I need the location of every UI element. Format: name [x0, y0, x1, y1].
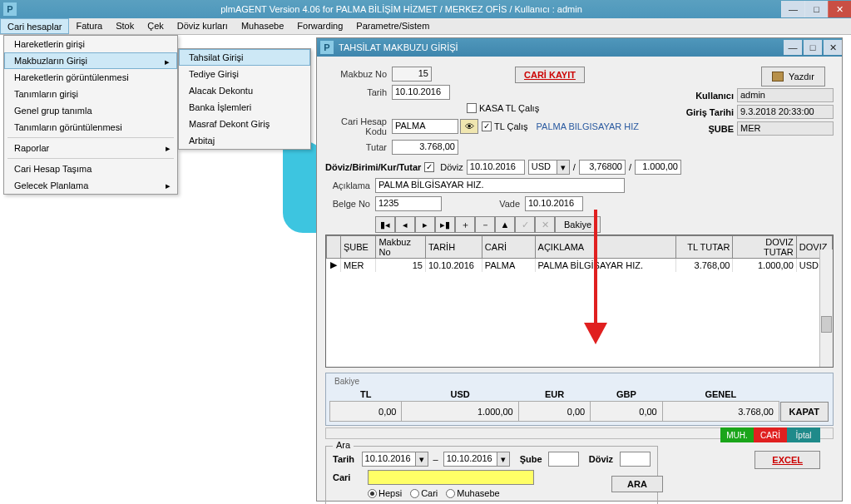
tl-calis-checkbox[interactable]	[482, 121, 492, 131]
ara-sube-label: Şube	[520, 454, 544, 464]
cari-kayit-button[interactable]: CARİ KAYIT	[515, 67, 585, 83]
ara-doviz-field[interactable]	[620, 452, 651, 467]
print-button[interactable]: Yazdır	[761, 67, 825, 86]
dd-tediye-girisi[interactable]: Tediye Girişi	[179, 66, 310, 82]
iptal-button[interactable]: İptal	[787, 427, 820, 442]
tutar-field[interactable]: 3.768,00	[392, 140, 458, 155]
child-minimize-button[interactable]: —	[784, 40, 802, 55]
nav-add-button[interactable]: ＋	[455, 216, 475, 233]
cari-button[interactable]: CARİ	[754, 427, 787, 442]
record-nav-toolbar: ▮◂ ◂ ▸ ▸▮ ＋ － ▲ ✓ ✕ Bakiye	[375, 216, 834, 233]
doviz-checkbox[interactable]	[424, 162, 434, 172]
ara-cari-field[interactable]	[368, 470, 534, 485]
nav-cancel-button[interactable]: ✕	[535, 216, 555, 233]
grid-vertical-scrollbar[interactable]	[819, 250, 833, 367]
ara-tarih2-value: 10.10.2016	[443, 452, 497, 467]
menu-muhasebe[interactable]: Muhasebe	[235, 18, 290, 34]
chevron-down-icon[interactable]: ▾	[497, 452, 510, 467]
vade-field[interactable]: 10.10.2016	[525, 196, 583, 211]
dd-alacak-dekontu[interactable]: Alacak Dekontu	[179, 82, 310, 99]
dd-gelecek-planlama[interactable]: Gelecek Planlama▸	[4, 177, 177, 194]
app-title: plmAGENT Version 4.06 for PALMA BİLİŞİM …	[22, 4, 781, 14]
nav-last-button[interactable]: ▸▮	[435, 216, 455, 233]
dd-raporlar[interactable]: Raporlar▸	[4, 140, 177, 156]
dd-banka-islemleri[interactable]: Banka İşlemleri	[179, 99, 310, 116]
kullanici-label: Kullanıcı	[684, 91, 737, 101]
dd-tanimlarin-goruntulenmesi[interactable]: Tanımların görüntülenmesi	[4, 119, 177, 136]
radio-muhasebe-wrap[interactable]: Muhasebe	[446, 488, 499, 498]
kapat-button[interactable]: KAPAT	[780, 402, 829, 422]
belge-no-field[interactable]: 1235	[375, 196, 442, 211]
child-titlebar: P TAHSİLAT MAKBUZU GİRİŞİ — □ ✕	[317, 38, 842, 57]
radio-hepsi[interactable]	[368, 489, 377, 498]
lookup-button[interactable]: 👁	[460, 119, 478, 134]
dd-hareketlerin-girisi[interactable]: Hareketlerin girişi	[4, 36, 177, 52]
radio-muhasebe[interactable]	[446, 489, 455, 498]
bakiye-col-usd: USD	[402, 388, 518, 402]
bakiye-button[interactable]: Bakiye	[555, 216, 601, 233]
menu-cari-hesaplar[interactable]: Cari hesaplar	[0, 18, 69, 34]
dd-hareketlerin-goruntulenmesi[interactable]: Hareketlerin görüntülenmesi	[4, 69, 177, 86]
radio-hepsi-wrap[interactable]: Hepsi	[368, 488, 402, 498]
nav-first-button[interactable]: ▮◂	[375, 216, 395, 233]
col-cari[interactable]: CARİ	[482, 236, 535, 259]
doviz-birim-combo[interactable]: USD ▾	[528, 160, 570, 175]
minimize-button[interactable]: —	[781, 1, 804, 17]
aciklama-field[interactable]: PALMA BİLGİSAYAR HIZ.	[375, 178, 625, 193]
close-button[interactable]: ✕	[828, 1, 851, 17]
radio-cari-wrap[interactable]: Cari	[410, 488, 438, 498]
makbuz-no-field[interactable]: 15	[392, 67, 432, 82]
ara-button[interactable]: ARA	[611, 476, 663, 492]
bakiye-gbp: 0,00	[591, 402, 662, 422]
chevron-down-icon[interactable]: ▾	[415, 452, 428, 467]
maximize-button[interactable]: □	[804, 1, 828, 17]
muh-button[interactable]: MUH.	[720, 427, 754, 442]
col-doviz-tutar[interactable]: DOVIZ TUTAR	[733, 236, 796, 259]
ara-tarih2-combo[interactable]: 10.10.2016 ▾	[443, 452, 510, 467]
chevron-down-icon[interactable]: ▾	[557, 160, 570, 175]
kasa-tl-checkbox[interactable]	[467, 103, 477, 113]
kur-field[interactable]: 3,76800	[579, 160, 626, 175]
menu-stok[interactable]: Stok	[109, 18, 141, 34]
dd-cari-hesap-tasima[interactable]: Cari Hesap Taşıma	[4, 161, 177, 177]
menu-forwarding[interactable]: Forwarding	[290, 18, 349, 34]
col-sube[interactable]: ŞUBE	[340, 236, 375, 259]
nav-edit-button[interactable]: ▲	[495, 216, 515, 233]
ara-sube-field[interactable]	[548, 452, 579, 467]
menu-cek[interactable]: Çek	[141, 18, 171, 34]
ara-tarih1-combo[interactable]: 10.10.2016 ▾	[362, 452, 428, 467]
menu-parametre-sistem[interactable]: Parametre/Sistem	[349, 18, 436, 34]
radio-cari[interactable]	[410, 489, 419, 498]
chevron-right-icon: ▸	[166, 180, 171, 191]
dd-tahsilat-girisi[interactable]: Tahsilat Girişi	[179, 49, 310, 66]
cari-hesap-kodu-field[interactable]: PALMA	[392, 119, 458, 134]
records-grid[interactable]: ŞUBE Makbuz No TARİH CARİ AÇIKLAMA TL TU…	[325, 235, 834, 368]
tarih-field[interactable]: 10.10.2016	[392, 85, 450, 100]
dd-tanimlarin-girisi[interactable]: Tanımların girişi	[4, 86, 177, 102]
col-aciklama[interactable]: AÇIKLAMA	[535, 236, 676, 259]
nav-save-button[interactable]: ✓	[515, 216, 535, 233]
doviz-tarih-field[interactable]: 10.10.2016	[467, 160, 525, 175]
child-close-button[interactable]: ✕	[824, 40, 842, 55]
col-makbuz-no[interactable]: Makbuz No	[376, 236, 425, 259]
kullanici-value: admin	[737, 88, 834, 102]
app-titlebar: P plmAGENT Version 4.06 for PALMA BİLİŞİ…	[0, 0, 851, 18]
child-window: P TAHSİLAT MAKBUZU GİRİŞİ — □ ✕ Yazdır C…	[316, 37, 843, 502]
menu-fatura[interactable]: Fatura	[69, 18, 109, 34]
menu-doviz-kurlari[interactable]: Döviz kurları	[171, 18, 235, 34]
nav-next-button[interactable]: ▸	[415, 216, 435, 233]
doviz-tutar-field[interactable]: 1.000,00	[635, 160, 681, 175]
bakiye-col-eur: EUR	[518, 388, 590, 402]
nav-remove-button[interactable]: －	[475, 216, 495, 233]
dd-arbitaj[interactable]: Arbitaj	[179, 132, 310, 149]
child-maximize-button[interactable]: □	[804, 40, 822, 55]
dd-genel-grup-tanimla[interactable]: Genel grup tanımla	[4, 102, 177, 119]
excel-button[interactable]: EXCEL	[755, 451, 820, 469]
dd-masraf-dekont-giris[interactable]: Masraf Dekont Giriş	[179, 116, 310, 132]
dd-makbuzlarin-girisi[interactable]: Makbuzların Girişi▸	[4, 52, 177, 69]
col-tarih[interactable]: TARİH	[425, 236, 482, 259]
table-row[interactable]: ▶ MER 15 10.10.2016 PALMA PALMA BİLGİSAY…	[327, 259, 833, 272]
slash: /	[629, 162, 631, 172]
col-tl-tutar[interactable]: TL TUTAR	[676, 236, 733, 259]
nav-prev-button[interactable]: ◂	[395, 216, 415, 233]
